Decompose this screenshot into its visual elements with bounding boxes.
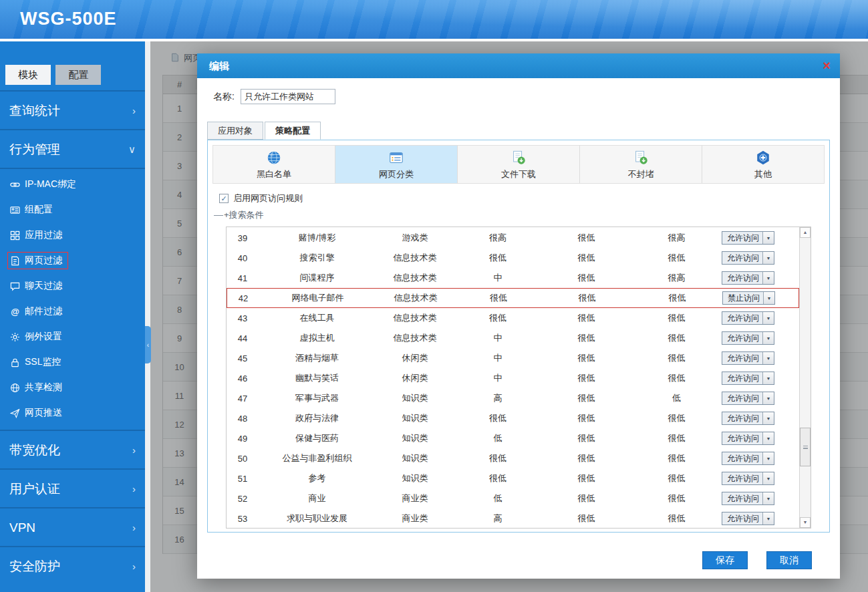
rule-level-2: 很低	[541, 352, 631, 364]
dialog-footer: 保存 取消	[197, 551, 812, 569]
save-button[interactable]: 保存	[702, 551, 748, 569]
rule-no: 49	[227, 434, 259, 444]
scroll-up-icon[interactable]: ▲	[800, 227, 811, 238]
sidebar-tabs: 模块 配置	[0, 41, 145, 90]
sidebar-item-exception-settings[interactable]: 例外设置	[0, 324, 145, 349]
rule-category: 知识类	[376, 412, 454, 424]
rule-name: 参考	[259, 472, 376, 484]
sidebar-section-query-stats[interactable]: 查询统计 ›	[0, 90, 145, 129]
action-select[interactable]: 允许访问 ▼	[722, 271, 774, 285]
scroll-down-icon[interactable]: ▼	[800, 517, 811, 528]
action-select[interactable]: 允许访问 ▼	[722, 231, 774, 245]
enable-rule-checkbox[interactable]: ✓	[219, 194, 229, 203]
scrollbar-thumb[interactable]	[800, 428, 811, 466]
sidebar-section-behavior-mgmt[interactable]: 行为管理 ∨	[0, 129, 145, 168]
action-select[interactable]: 允许访问 ▼	[722, 432, 774, 445]
id-card-icon	[10, 205, 20, 215]
dropdown-arrow-icon[interactable]: ▼	[762, 412, 774, 424]
tab-modules[interactable]: 模块	[5, 65, 51, 85]
file-download-icon	[510, 149, 527, 166]
sidebar-item-web-filter[interactable]: 网页过滤	[0, 248, 145, 273]
dropdown-arrow-icon[interactable]: ▼	[762, 452, 774, 464]
action-select[interactable]: 允许访问 ▼	[722, 492, 774, 505]
cat-tab-file-download[interactable]: 文件下载	[458, 146, 580, 183]
tab-policy-config[interactable]: 策略配置	[265, 122, 321, 140]
sidebar-item-chat-filter[interactable]: 聊天过滤	[0, 273, 145, 299]
sidebar-section-security[interactable]: 安全防护 ›	[0, 546, 145, 585]
rule-row: 53 求职与职业发展 商业类 高 很低 很低 允许访问 ▼	[227, 508, 799, 528]
dropdown-arrow-icon[interactable]: ▼	[762, 252, 774, 264]
action-select[interactable]: 允许访问 ▼	[722, 331, 774, 345]
dropdown-arrow-icon[interactable]: ▼	[762, 332, 774, 344]
cat-tab-other[interactable]: 其他	[702, 146, 824, 183]
sidebar-section-vpn[interactable]: VPN ›	[0, 507, 145, 546]
name-input[interactable]	[241, 89, 335, 104]
dropdown-arrow-icon[interactable]: ▼	[763, 292, 774, 304]
action-select[interactable]: 允许访问 ▼	[722, 311, 774, 325]
table-scrollbar[interactable]: ▲ ▼	[799, 227, 811, 528]
cat-tab-blackwhite-list[interactable]: 黑白名单	[213, 146, 335, 183]
action-select[interactable]: 允许访问 ▼	[722, 251, 774, 265]
action-select[interactable]: 允许访问 ▼	[722, 412, 774, 425]
sidebar-item-ssl-monitor[interactable]: SSL监控	[0, 349, 145, 375]
rule-level-3: 很高	[631, 232, 722, 244]
dropdown-arrow-icon[interactable]: ▼	[762, 472, 774, 484]
rule-row: 49 保健与医药 知识类 低 很低 很低 允许访问 ▼	[227, 428, 799, 448]
action-select[interactable]: 允许访问 ▼	[722, 452, 774, 465]
search-condition-toggle[interactable]: +搜索条件	[214, 209, 825, 221]
tab-apply-objects[interactable]: 应用对象	[207, 122, 263, 140]
sidebar-section-user-auth[interactable]: 用户认证 ›	[0, 468, 145, 507]
action-select[interactable]: 允许访问 ▼	[722, 512, 774, 525]
rule-no: 39	[227, 233, 259, 243]
cancel-button[interactable]: 取消	[766, 551, 812, 569]
rule-level-1: 很低	[454, 412, 541, 424]
dropdown-arrow-icon[interactable]: ▼	[762, 492, 774, 504]
dropdown-arrow-icon[interactable]: ▼	[762, 272, 774, 284]
sidebar-item-share-detection[interactable]: 共享检测	[0, 375, 145, 400]
chevron-right-icon: ›	[132, 431, 136, 470]
rule-row: 39 赌博/博彩 游戏类 很高 很低 很高 允许访问 ▼	[227, 228, 799, 248]
dropdown-arrow-icon[interactable]: ▼	[762, 392, 774, 404]
dialog-title: 编辑	[209, 60, 229, 71]
rule-no: 53	[227, 514, 259, 524]
globe-icon	[265, 149, 283, 166]
rule-name: 保健与医药	[259, 432, 376, 444]
rule-category: 知识类	[376, 432, 454, 444]
sidebar-item-group-config[interactable]: 组配置	[0, 197, 145, 223]
action-select[interactable]: 允许访问 ▼	[722, 392, 774, 405]
action-select[interactable]: 允许访问 ▼	[722, 472, 774, 485]
cat-tab-no-block[interactable]: 不封堵	[580, 146, 702, 183]
dropdown-arrow-icon[interactable]: ▼	[762, 372, 774, 384]
edit-dialog: 编辑 × 名称: 应用对象 策略配置 黑白名单 网页分类	[197, 53, 840, 579]
sidebar-item-mail-filter[interactable]: @ 邮件过滤	[0, 299, 145, 324]
sidebar-item-app-filter[interactable]: 应用过滤	[0, 223, 145, 248]
rule-level-3: 很低	[631, 312, 722, 324]
dropdown-arrow-icon[interactable]: ▼	[762, 512, 774, 525]
rule-no: 46	[227, 374, 259, 384]
rule-level-1: 高	[454, 392, 541, 404]
rule-level-1: 很低	[454, 312, 541, 324]
dropdown-arrow-icon[interactable]: ▼	[762, 432, 774, 444]
dropdown-arrow-icon[interactable]: ▼	[762, 232, 774, 244]
sidebar-item-ip-mac-binding[interactable]: IP-MAC绑定	[0, 172, 145, 197]
dropdown-arrow-icon[interactable]: ▼	[762, 312, 774, 324]
cat-tab-web-category[interactable]: 网页分类	[335, 146, 458, 183]
rule-name: 虚拟主机	[259, 332, 376, 344]
sidebar-collapse-handle[interactable]: ‹	[145, 326, 151, 363]
gear-icon	[10, 332, 20, 342]
close-icon[interactable]: ×	[823, 53, 831, 78]
rule-category: 商业类	[376, 512, 454, 525]
sidebar-section-bandwidth[interactable]: 带宽优化 ›	[0, 430, 145, 468]
tab-config[interactable]: 配置	[55, 65, 101, 85]
action-select[interactable]: 允许访问 ▼	[722, 372, 774, 385]
action-select[interactable]: 允许访问 ▼	[722, 351, 774, 365]
rule-level-3: 低	[631, 392, 722, 404]
rule-row: 47 军事与武器 知识类 高 很低 低 允许访问 ▼	[227, 388, 799, 408]
rule-row: 52 商业 商业类 低 很低 很低 允许访问 ▼	[227, 488, 799, 508]
policy-config-panel: 黑白名单 网页分类 文件下载 不封堵	[207, 140, 830, 533]
rule-no: 44	[227, 333, 259, 343]
action-select[interactable]: 禁止访问 ▼	[722, 291, 775, 305]
dropdown-arrow-icon[interactable]: ▼	[762, 352, 774, 364]
sidebar-item-web-push[interactable]: 网页推送	[0, 400, 145, 426]
enable-rule-label: 启用网页访问规则	[233, 192, 303, 204]
